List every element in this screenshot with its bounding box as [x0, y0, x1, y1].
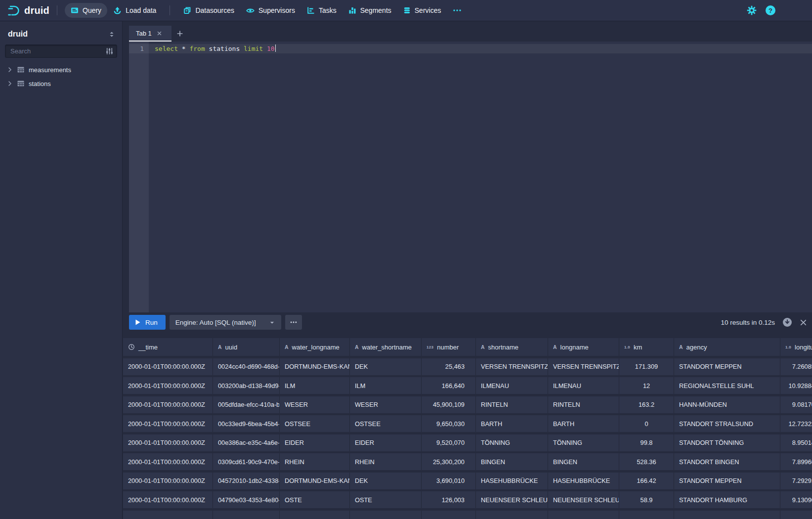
- table-cell[interactable]: RHEIN: [350, 453, 422, 470]
- table-cell[interactable]: 2000-01-01T00:00:00.000Z: [123, 453, 213, 470]
- column-header-km[interactable]: 1.0km: [619, 338, 674, 356]
- table-cell[interactable]: OSTE: [350, 491, 422, 508]
- column-header-longitude[interactable]: 1.0longitude: [780, 338, 812, 356]
- table-cell[interactable]: OSTE: [280, 491, 350, 508]
- chevron-right-icon[interactable]: [7, 67, 13, 73]
- table-cell[interactable]: 3,690,010: [422, 473, 476, 489]
- table-cell[interactable]: 003200ab-d138-49d9-aa: [213, 377, 280, 394]
- table-cell[interactable]: NEUENSEER SCHLEUSEN: [548, 491, 619, 508]
- table-cell[interactable]: [350, 511, 422, 519]
- table-cell[interactable]: WESER: [350, 396, 422, 413]
- schema-selector[interactable]: druid: [8, 30, 28, 39]
- sidebar-item-stations[interactable]: stations: [0, 77, 122, 90]
- table-cell[interactable]: [123, 511, 213, 519]
- table-cell[interactable]: [780, 511, 812, 519]
- table-cell[interactable]: DEK: [350, 358, 422, 375]
- table-cell[interactable]: 99.8: [619, 434, 674, 451]
- table-cell[interactable]: ILMENAU: [476, 377, 548, 394]
- tab-tab1[interactable]: Tab 1: [129, 26, 171, 42]
- chevron-right-icon[interactable]: [7, 81, 13, 86]
- table-cell[interactable]: 0: [619, 415, 674, 432]
- table-cell[interactable]: 2000-01-01T00:00:00.000Z: [123, 434, 213, 451]
- nav-item-supervisors[interactable]: Supervisors: [240, 3, 301, 18]
- table-cell[interactable]: WESER: [280, 396, 350, 413]
- table-cell[interactable]: 45,900,109: [422, 396, 476, 413]
- sidebar-item-measurements[interactable]: measurements: [0, 63, 122, 77]
- table-cell[interactable]: 9.081704: [780, 396, 812, 413]
- column-header-uuid[interactable]: Auuid: [213, 338, 280, 356]
- settings-gear-button[interactable]: [747, 5, 757, 15]
- table-cell[interactable]: 528.36: [619, 453, 674, 470]
- nav-item-services[interactable]: Services: [397, 3, 447, 18]
- nav-item-tasks[interactable]: Tasks: [301, 3, 342, 18]
- table-cell[interactable]: 171.309: [619, 358, 674, 375]
- table-cell[interactable]: 12.723226: [780, 415, 812, 432]
- table-cell[interactable]: BINGEN: [548, 453, 619, 470]
- table-cell[interactable]: 0309cd61-90c9-470e-99: [213, 453, 280, 470]
- table-cell[interactable]: BINGEN: [476, 453, 548, 470]
- table-cell[interactable]: [674, 511, 780, 519]
- table-cell[interactable]: [422, 511, 476, 519]
- table-cell[interactable]: STANDORT BINGEN: [674, 453, 780, 470]
- table-cell[interactable]: [280, 511, 350, 519]
- sql-editor[interactable]: 1 select * from stations limit 10: [129, 42, 812, 312]
- table-cell[interactable]: DORTMUND-EMS-KANA: [280, 473, 350, 489]
- column-header-longname[interactable]: Alongname: [548, 338, 619, 356]
- column-header-water_shortname[interactable]: Awater_shortname: [350, 338, 422, 356]
- table-cell[interactable]: 166,640: [422, 377, 476, 394]
- table-cell[interactable]: STANDORT STRALSUND: [674, 415, 780, 432]
- new-tab-button[interactable]: [171, 26, 188, 42]
- table-cell[interactable]: OSTSEE: [350, 415, 422, 432]
- column-header-agency[interactable]: Aagency: [674, 338, 780, 356]
- table-cell[interactable]: [476, 511, 548, 519]
- editor-code-area[interactable]: select * from stations limit 10: [149, 42, 812, 312]
- table-cell[interactable]: STANDORT TÖNNING: [674, 434, 780, 451]
- table-cell[interactable]: 04572010-1db2-4338-85: [213, 473, 280, 489]
- table-cell[interactable]: 2000-01-01T00:00:00.000Z: [123, 491, 213, 508]
- table-cell[interactable]: [548, 511, 619, 519]
- table-cell[interactable]: STANDORT MEPPEN: [674, 473, 780, 489]
- table-cell[interactable]: TÖNNING: [476, 434, 548, 451]
- close-results-button[interactable]: [800, 319, 807, 326]
- filter-sliders-icon[interactable]: [105, 47, 114, 55]
- tab-close-icon[interactable]: [157, 31, 162, 36]
- table-cell[interactable]: 2000-01-01T00:00:00.000Z: [123, 396, 213, 413]
- table-cell[interactable]: 163.2: [619, 396, 674, 413]
- double-caret-vertical-icon[interactable]: [108, 31, 115, 38]
- table-cell[interactable]: 00e386ac-e35c-4a6e-80: [213, 434, 280, 451]
- table-cell[interactable]: HASEHUBBRÜCKE: [476, 473, 548, 489]
- query-more-button[interactable]: [285, 315, 302, 330]
- druid-logo[interactable]: druid: [7, 4, 49, 17]
- table-cell[interactable]: 7.899667: [780, 453, 812, 470]
- table-cell[interactable]: 9.130902: [780, 491, 812, 508]
- table-cell[interactable]: REGIONALSTELLE SUHL: [674, 377, 780, 394]
- table-cell[interactable]: 8.950149: [780, 434, 812, 451]
- run-button[interactable]: Run: [129, 315, 166, 330]
- table-cell[interactable]: 25,463: [422, 358, 476, 375]
- column-header-water_longname[interactable]: Awater_longname: [280, 338, 350, 356]
- nav-item-load-data[interactable]: Load data: [107, 3, 162, 18]
- table-cell[interactable]: [619, 511, 674, 519]
- table-cell[interactable]: 005dfdae-efcc-410a-bf1: [213, 396, 280, 413]
- table-cell[interactable]: BARTH: [476, 415, 548, 432]
- nav-item-datasources[interactable]: Datasources: [177, 3, 240, 18]
- column-header-shortname[interactable]: Ashortname: [476, 338, 548, 356]
- download-results-button[interactable]: [782, 317, 792, 327]
- table-cell[interactable]: 166.42: [619, 473, 674, 489]
- table-cell[interactable]: 2000-01-01T00:00:00.000Z: [123, 473, 213, 489]
- table-cell[interactable]: EIDER: [280, 434, 350, 451]
- table-cell[interactable]: EIDER: [350, 434, 422, 451]
- column-header-__time[interactable]: __time: [123, 338, 213, 356]
- table-cell[interactable]: 7.292913: [780, 473, 812, 489]
- table-cell[interactable]: HANN-MÜNDEN: [674, 396, 780, 413]
- table-cell[interactable]: RINTELN: [476, 396, 548, 413]
- nav-more-button[interactable]: [447, 3, 468, 18]
- table-cell[interactable]: STANDORT MEPPEN: [674, 358, 780, 375]
- table-cell[interactable]: HASEHUBBRÜCKE: [548, 473, 619, 489]
- table-cell[interactable]: DEK: [350, 473, 422, 489]
- table-cell[interactable]: 0024cc40-d690-468d-84: [213, 358, 280, 375]
- table-cell[interactable]: TÖNNING: [548, 434, 619, 451]
- table-cell[interactable]: STANDORT HAMBURG: [674, 491, 780, 508]
- nav-item-query[interactable]: Query: [65, 3, 107, 18]
- table-cell[interactable]: ILM: [350, 377, 422, 394]
